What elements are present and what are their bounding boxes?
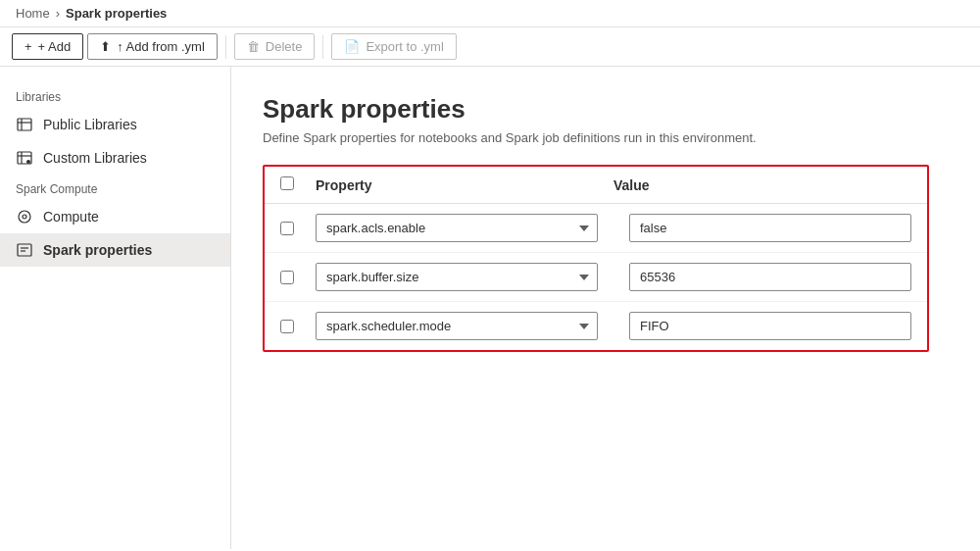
table-header: Property Value <box>265 167 927 204</box>
toolbar-separator-2 <box>322 35 323 59</box>
compute-label: Compute <box>43 209 99 225</box>
value-column-header: Value <box>613 177 911 193</box>
select-all-checkbox[interactable] <box>280 176 294 190</box>
breadcrumb-current: Spark properties <box>66 6 167 21</box>
breadcrumb: Home › Spark properties <box>0 0 980 27</box>
svg-rect-9 <box>18 244 31 256</box>
sidebar-item-custom-libraries[interactable]: Custom Libraries <box>0 141 230 175</box>
properties-table: Property Value spark.acls.enable <box>263 165 929 352</box>
svg-rect-0 <box>18 119 31 130</box>
custom-libraries-label: Custom Libraries <box>43 150 147 166</box>
sidebar: Libraries Public Libraries Custo <box>0 67 231 549</box>
toolbar: + + Add ⬆ ↑ Add from .yml 🗑 Delete 📄 Exp… <box>0 27 980 67</box>
table-row: spark.buffer.size <box>265 253 927 302</box>
svg-point-7 <box>19 211 30 223</box>
page-title: Spark properties <box>263 94 949 125</box>
upload-icon: ⬆ <box>100 39 111 54</box>
export-icon: 📄 <box>344 39 360 54</box>
row-1-value-input[interactable] <box>629 214 911 242</box>
custom-libraries-icon <box>16 149 33 167</box>
property-column-header: Property <box>316 177 613 193</box>
page-subtitle: Define Spark properties for notebooks an… <box>263 130 949 145</box>
delete-icon: 🗑 <box>247 39 260 54</box>
sidebar-item-public-libraries[interactable]: Public Libraries <box>0 108 230 141</box>
breadcrumb-separator: › <box>56 6 60 21</box>
delete-button[interactable]: 🗑 Delete <box>234 33 316 60</box>
spark-compute-section-label: Spark Compute <box>0 175 230 200</box>
add-yaml-label: ↑ Add from .yml <box>117 39 205 54</box>
compute-icon <box>16 208 33 225</box>
export-label: Export to .yml <box>366 39 443 54</box>
row-3-value-input[interactable] <box>629 312 911 340</box>
toolbar-separator-1 <box>225 35 226 59</box>
row-1-property-select[interactable]: spark.acls.enable <box>316 214 598 242</box>
spark-properties-label: Spark properties <box>43 242 152 258</box>
add-label: + Add <box>38 39 72 54</box>
add-from-yaml-button[interactable]: ⬆ ↑ Add from .yml <box>87 33 218 60</box>
table-row: spark.acls.enable <box>265 204 927 253</box>
svg-point-8 <box>23 215 26 219</box>
row-3-checkbox[interactable] <box>280 320 294 333</box>
row-3-property-select[interactable]: spark.scheduler.mode <box>316 312 598 340</box>
libraries-section-label: Libraries <box>0 82 230 108</box>
sidebar-item-compute[interactable]: Compute <box>0 200 230 233</box>
row-2-checkbox[interactable] <box>280 271 294 284</box>
export-button[interactable]: 📄 Export to .yml <box>331 33 456 60</box>
svg-point-6 <box>26 160 30 164</box>
plus-icon: + <box>24 39 32 54</box>
sidebar-item-spark-properties[interactable]: Spark properties <box>0 233 230 267</box>
row-1-checkbox[interactable] <box>280 222 294 235</box>
spark-properties-icon <box>16 241 33 259</box>
layout: Libraries Public Libraries Custo <box>0 67 980 549</box>
table-row: spark.scheduler.mode <box>265 302 927 350</box>
row-2-property-select[interactable]: spark.buffer.size <box>316 263 598 291</box>
add-button[interactable]: + + Add <box>12 33 83 60</box>
main-content: Spark properties Define Spark properties… <box>231 67 980 549</box>
breadcrumb-home[interactable]: Home <box>16 6 50 21</box>
delete-label: Delete <box>266 39 303 54</box>
public-libraries-label: Public Libraries <box>43 117 137 132</box>
row-2-value-input[interactable] <box>629 263 911 291</box>
public-libraries-icon <box>16 116 33 133</box>
